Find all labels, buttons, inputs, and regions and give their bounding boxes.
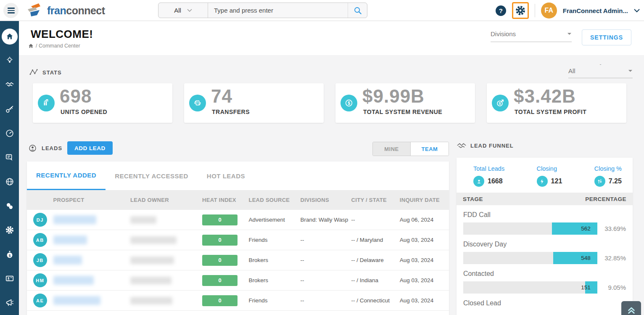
table-row[interactable]: AE 0 Friends -- -- / Connecticut Aug 03,… [27, 291, 449, 311]
stat-label: TRANSFERS [212, 109, 250, 115]
city-state-cell: -- / Maryland [351, 237, 400, 243]
inquiry-date-cell: Aug 03, 2024 [400, 257, 449, 263]
home-icon [2, 29, 18, 45]
redacted-prospect-name[interactable] [53, 296, 100, 305]
redacted-prospect-name[interactable] [53, 276, 94, 285]
stats-heading-label: STATS [42, 69, 62, 76]
col-lead-source[interactable]: LEAD SOURCE [248, 197, 300, 203]
col-city-state[interactable]: CITY / STATE [351, 197, 400, 203]
sidebar-item-performance[interactable] [0, 121, 19, 146]
summary-value: 7.25 [609, 177, 622, 185]
sidebar-item-hub[interactable] [0, 169, 19, 194]
welcome-header: WELCOME! / Command Center Divisions SETT… [19, 21, 644, 55]
funnel-stage: Discovery Day 548 32.85% [457, 235, 633, 264]
search-icon [354, 6, 362, 15]
summary-closing: Closing 121 [537, 165, 562, 187]
stats-filter-dash: - [568, 62, 633, 67]
sidebar-item-training[interactable] [0, 267, 19, 291]
col-inquiry-date[interactable]: INQUIRY DATE [400, 197, 449, 203]
stat-card-transfers: 74 TRANSFERS [184, 83, 324, 123]
sidebar-item-openings[interactable] [0, 97, 19, 122]
divisions-dropdown-value: Divisions [491, 30, 516, 37]
redacted-lead-owner [130, 236, 177, 244]
sidebar-item-finance[interactable]: $ [0, 242, 19, 267]
hamburger-menu-icon[interactable] [3, 3, 18, 18]
summary-label: Total Leads [473, 165, 504, 172]
sidebar-item-opener[interactable] [0, 49, 19, 73]
leaf-icon [5, 201, 14, 211]
col-prospect[interactable]: PROSPECT [53, 197, 131, 203]
summary-value: 121 [551, 177, 562, 185]
search-input[interactable] [208, 3, 348, 18]
inquiry-date-cell: Aug 03, 2024 [400, 277, 449, 283]
svg-text:$: $ [499, 101, 501, 106]
table-row[interactable]: JB 0 Brokers -- -- / Delaware Aug 03, 20… [27, 250, 449, 270]
double-chevron-up-icon [627, 306, 636, 315]
divisions-dropdown[interactable]: Divisions [491, 30, 572, 42]
col-lead-owner[interactable]: LEAD OWNER [130, 197, 202, 203]
lead-source-cell: Friends [248, 297, 300, 304]
settings-button[interactable]: SETTINGS [582, 29, 631, 45]
lead-source-cell: Friends [248, 237, 300, 243]
sidebar-item-home[interactable] [0, 24, 19, 49]
sidebar-nav: $ [0, 21, 19, 315]
stats-filter-value: All [568, 67, 575, 74]
stage-bar-fill: 562 [552, 222, 597, 235]
breadcrumb-home-icon[interactable] [28, 43, 34, 49]
col-divisions[interactable]: DIVISIONS [300, 197, 351, 203]
scroll-to-top-button[interactable] [621, 301, 641, 315]
megaphone-icon [5, 298, 14, 307]
topbar-divider [535, 4, 535, 17]
tab-hot-leads[interactable]: HOT LEADS [198, 161, 254, 190]
stage-bar-track: 548 [463, 252, 597, 264]
sidebar-item-supply[interactable] [0, 194, 19, 218]
avatar: JB [33, 253, 47, 267]
stats-filter-dropdown[interactable]: All [568, 67, 633, 78]
user-menu-chevron-down-icon[interactable] [634, 9, 640, 13]
toggle-team-button[interactable]: TEAM [411, 142, 449, 156]
gear-bolt-icon [5, 225, 14, 235]
sidebar-item-operations[interactable] [0, 218, 19, 243]
topbar: franconnect All ? FA FranConnect Admin..… [0, 0, 644, 21]
tab-recently-accessed[interactable]: RECENTLY ACCESSED [106, 161, 198, 190]
lead-funnel-heading: LEAD FUNNEL [457, 142, 514, 149]
stat-card-total-system-profit: $ $3.42B TOTAL SYSTEM PROFIT [487, 83, 626, 123]
divisions-cell: -- [300, 257, 351, 263]
chevron-down-icon [187, 9, 192, 12]
inquiry-date-cell: Aug 03, 2024 [400, 237, 449, 243]
table-row[interactable]: DJ 0 Advertisement Brand: Wally Wasp -- … [27, 210, 449, 230]
profit-dollar-arrow-icon: $ [492, 95, 509, 111]
gauge-icon [5, 129, 14, 138]
leads-tabs: RECENTLY ADDED RECENTLY ACCESSED HOT LEA… [27, 161, 449, 190]
sidebar-item-sales[interactable] [0, 73, 19, 97]
search-scope-dropdown[interactable]: All [158, 3, 208, 18]
help-button[interactable]: ? [496, 5, 506, 16]
admin-settings-button[interactable] [512, 2, 529, 19]
sidebar-item-communications[interactable] [0, 146, 19, 170]
tab-recently-added[interactable]: RECENTLY ADDED [27, 161, 106, 190]
stage-name: Contacted [463, 270, 626, 278]
redacted-prospect-name[interactable] [53, 256, 82, 265]
col-heat-index[interactable]: HEAT INDEX [202, 197, 248, 203]
chevron-down-icon [567, 32, 572, 35]
summary-label: Closing % [594, 165, 622, 172]
search-button[interactable] [348, 3, 367, 18]
franconnect-logo-text: franconnect [47, 5, 105, 17]
funnel-stage: Contacted 151 9.05% [457, 264, 633, 294]
user-avatar[interactable]: FA [541, 3, 557, 19]
arrows-up-down-icon [594, 176, 605, 187]
toggle-mine-button[interactable]: MINE [373, 142, 411, 156]
redacted-prospect-name[interactable] [53, 215, 96, 224]
lead-funnel-panel: Total Leads 1668 Closing 121 Closing % [457, 158, 633, 315]
sidebar-item-marketing[interactable] [0, 291, 19, 315]
table-row[interactable]: HM 0 Brokers -- -- / Indiana Aug 03, 202… [27, 270, 449, 291]
summary-total-leads: Total Leads 1668 [473, 165, 504, 187]
stat-label: UNITS OPENED [61, 109, 107, 115]
add-lead-button[interactable]: ADD LEAD [67, 141, 113, 155]
units-opened-icon [38, 95, 55, 111]
globe-icon [5, 177, 14, 186]
redacted-prospect-name[interactable] [53, 236, 87, 244]
redacted-lead-owner [130, 257, 174, 264]
pulse-chart-icon [29, 69, 39, 76]
table-row[interactable]: AB 0 Friends -- -- / Maryland Aug 03, 20… [27, 230, 449, 250]
